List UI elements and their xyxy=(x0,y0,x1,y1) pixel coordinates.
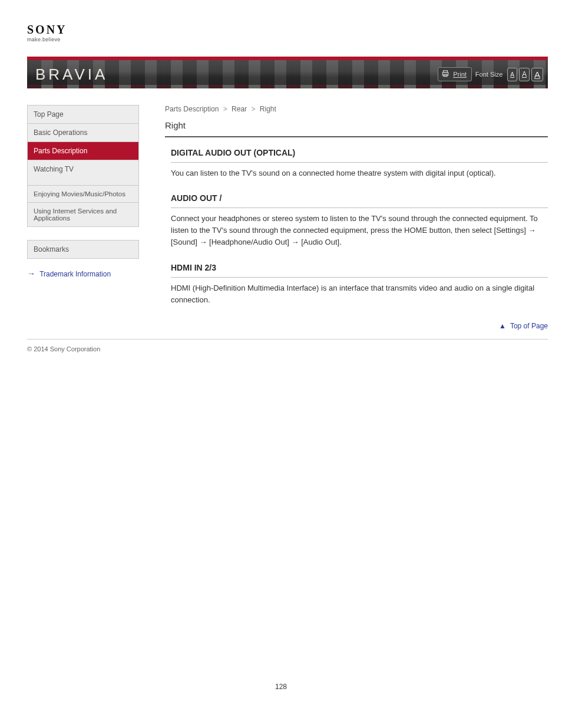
sidebar-menu-secondary: Bookmarks xyxy=(27,240,139,259)
sony-tagline: make.believe xyxy=(27,37,562,42)
print-label: Print xyxy=(453,71,467,78)
top-of-page-label: Top of Page xyxy=(510,322,548,330)
font-size-group: A A A xyxy=(507,68,543,81)
breadcrumb: Parts Description > Rear > Right xyxy=(165,105,548,113)
crumb-1[interactable]: Parts Description xyxy=(165,105,219,113)
crumb-sep-2: > xyxy=(251,105,255,113)
copyright-footer: © 2014 Sony Corporation xyxy=(27,339,548,353)
page-title: Right xyxy=(165,117,548,137)
sidebar-item-top-page[interactable]: Top Page xyxy=(28,106,138,123)
sidebar-item-basic-operations[interactable]: Basic Operations xyxy=(28,123,138,141)
trademark-label: Trademark Information xyxy=(39,270,111,278)
header-ribbon: BRAVIA Print Font Size A A A xyxy=(27,60,548,88)
arrow-right-icon: → xyxy=(27,269,35,278)
brand-logo: SONY make.believe xyxy=(0,0,562,57)
font-size-label: Font Size xyxy=(475,71,503,78)
page-number: 128 xyxy=(0,683,562,691)
up-triangle-icon: ▲ xyxy=(499,322,506,330)
print-icon xyxy=(441,70,449,79)
sidebar-item-internet-services[interactable]: Using Internet Services and Applications xyxy=(28,202,138,226)
sidebar-menu: Top Page Basic Operations Parts Descript… xyxy=(27,105,139,227)
crumb-sep-1: > xyxy=(223,105,227,113)
option-hdmi-in: HDMI IN 2/3 HDMI (High-Definition Multim… xyxy=(171,263,548,306)
trademark-link[interactable]: → Trademark Information xyxy=(27,270,111,278)
trademark-info: → Trademark Information xyxy=(27,268,139,279)
sidebar: Top Page Basic Operations Parts Descript… xyxy=(27,105,139,335)
sidebar-item-movies-music-photos[interactable]: Enjoying Movies/Music/Photos xyxy=(28,185,138,202)
option-title: HDMI IN 2/3 xyxy=(171,263,548,278)
main-content: Parts Description > Rear > Right Right D… xyxy=(165,105,548,335)
option-title: DIGITAL AUDIO OUT (OPTICAL) xyxy=(171,148,548,163)
option-desc: HDMI (High-Definition Multimedia Interfa… xyxy=(171,282,548,306)
option-desc: Connect your headphones or stereo system… xyxy=(171,213,548,248)
sidebar-item-watching-tv[interactable]: Watching TV xyxy=(28,160,138,185)
top-of-page-link[interactable]: ▲ Top of Page xyxy=(499,322,548,330)
option-desc: You can listen to the TV's sound on a co… xyxy=(171,167,548,179)
sidebar-item-bookmarks[interactable]: Bookmarks xyxy=(28,241,138,258)
font-size-medium-button[interactable]: A xyxy=(519,68,530,81)
sony-wordmark: SONY xyxy=(27,24,562,35)
font-size-small-button[interactable]: A xyxy=(507,68,517,81)
sidebar-item-parts-description[interactable]: Parts Description xyxy=(28,141,138,160)
option-title: AUDIO OUT / xyxy=(171,193,548,208)
crumb-2[interactable]: Rear xyxy=(232,105,247,113)
product-line-title: BRAVIA xyxy=(27,65,108,84)
font-size-large-button[interactable]: A xyxy=(531,68,543,81)
option-digital-audio-out: DIGITAL AUDIO OUT (OPTICAL) You can list… xyxy=(171,148,548,179)
print-button[interactable]: Print xyxy=(438,67,472,81)
crumb-3: Right xyxy=(260,105,276,113)
option-audio-out: AUDIO OUT / Connect your headphones or s… xyxy=(171,193,548,248)
